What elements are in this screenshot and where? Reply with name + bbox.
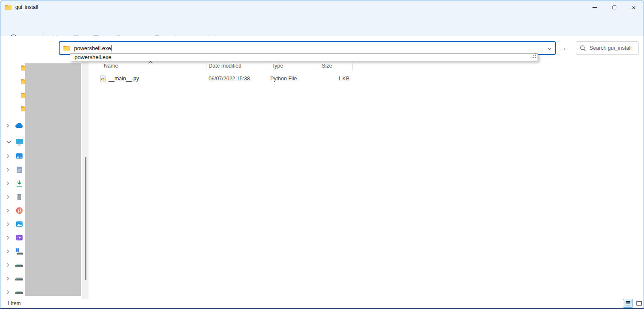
- chevron-right-icon[interactable]: [6, 249, 11, 254]
- column-separator[interactable]: [319, 63, 319, 71]
- column-separator[interactable]: [268, 63, 268, 71]
- file-name: __main__.py: [109, 76, 139, 82]
- chevron-right-icon[interactable]: [6, 181, 11, 186]
- pictures-icon: [15, 221, 23, 227]
- chevron-right-icon[interactable]: [6, 222, 11, 227]
- python-file-icon: [100, 75, 106, 84]
- autocomplete-suggestion[interactable]: powershell.exe: [70, 54, 112, 60]
- column-separator[interactable]: [206, 63, 206, 71]
- chevron-right-icon[interactable]: [6, 154, 11, 159]
- column-header-date-modified[interactable]: Date modified: [209, 63, 241, 69]
- details-view-icon: [625, 300, 631, 307]
- windows-drive-icon: [15, 248, 23, 255]
- large-icons-view-icon: [636, 300, 642, 307]
- file-type: Python File: [270, 76, 297, 82]
- drive-icon: [15, 276, 23, 281]
- minimize-button[interactable]: [585, 0, 604, 14]
- column-header-size[interactable]: Size: [322, 63, 332, 69]
- file-list: Name Date modified Type Size: [89, 62, 644, 299]
- go-arrow-icon: →: [560, 44, 567, 52]
- this-pc-monitor-icon: [15, 139, 23, 146]
- address-input[interactable]: powershell.exe: [74, 45, 111, 51]
- chevron-right-icon[interactable]: [6, 195, 11, 199]
- sidebar-scrollbar-thumb[interactable]: [85, 157, 86, 280]
- chevron-right-icon[interactable]: [6, 290, 11, 295]
- file-explorer-window: gui_install × New: [0, 0, 644, 309]
- chevron-right-icon[interactable]: [6, 263, 11, 267]
- address-autocomplete-dropdown: powershell.exe: [70, 53, 538, 61]
- file-row[interactable]: __main__.py 06/07/2022 15:38 Python File…: [89, 74, 361, 85]
- column-separator[interactable]: [352, 63, 353, 71]
- device-icon: [15, 193, 23, 201]
- music-icon: [15, 207, 23, 214]
- close-button[interactable]: ×: [624, 0, 644, 14]
- details-view-toggle-button[interactable]: [623, 299, 633, 308]
- go-to-address-button[interactable]: →: [557, 41, 570, 55]
- search-box[interactable]: [576, 41, 639, 55]
- onedrive-cloud-icon: [15, 123, 23, 128]
- documents-icon: [15, 166, 23, 173]
- maximize-button[interactable]: [604, 0, 624, 14]
- titlebar: gui_install ×: [0, 0, 644, 14]
- chevron-right-icon[interactable]: [6, 276, 11, 281]
- file-size: 1 KB: [320, 76, 349, 82]
- resize-grip-icon[interactable]: [532, 52, 536, 60]
- desktop-icon: [15, 153, 23, 159]
- chevron-down-icon[interactable]: [6, 141, 11, 144]
- drive-icon: [15, 289, 23, 295]
- drive-icon: [15, 262, 23, 267]
- command-toolbar: New Sort: [0, 14, 644, 36]
- window-title: gui_install: [15, 4, 38, 10]
- status-bar: 1 item: [0, 299, 644, 309]
- chevron-right-icon[interactable]: [6, 123, 11, 128]
- text-caret: [112, 45, 112, 51]
- address-dropdown-chevron-icon[interactable]: [547, 44, 552, 52]
- search-icon: [580, 45, 586, 51]
- large-icons-view-toggle-button[interactable]: [634, 299, 644, 308]
- downloads-icon: [15, 180, 23, 187]
- chevron-right-icon[interactable]: [6, 167, 11, 172]
- column-header-type[interactable]: Type: [272, 63, 283, 69]
- folder-icon: [63, 45, 70, 51]
- redaction-overlay: [25, 63, 81, 296]
- folder-icon: [5, 4, 12, 10]
- item-count: 1 item: [7, 300, 21, 306]
- file-date-modified: 06/07/2022 15:38: [209, 76, 250, 82]
- chevron-right-icon[interactable]: [6, 235, 11, 240]
- search-input[interactable]: [590, 45, 637, 51]
- status-separator: [25, 300, 25, 306]
- column-header-name[interactable]: Name: [104, 63, 118, 69]
- videos-icon: [15, 234, 23, 241]
- chevron-right-icon[interactable]: [6, 208, 11, 213]
